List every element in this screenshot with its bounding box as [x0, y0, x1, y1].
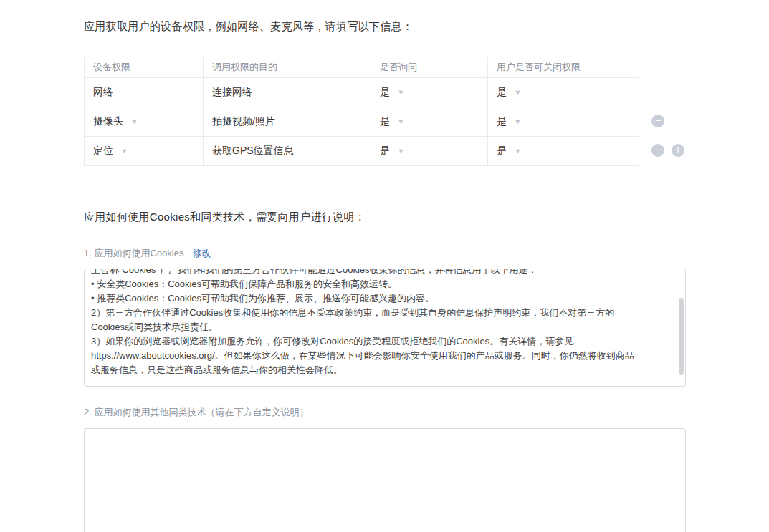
textarea-scrollbar[interactable] [679, 298, 684, 375]
chevron-down-icon: ▼ [397, 118, 404, 125]
chevron-down-icon: ▼ [514, 147, 521, 155]
closable-select[interactable]: 是 ▼ [488, 137, 639, 166]
minus-icon: − [655, 144, 661, 155]
col-header-closable: 用户是否可关闭权限 [488, 57, 639, 78]
ask-select[interactable]: 是 ▼ [371, 137, 488, 166]
purpose-cell[interactable]: 拍摄视频/照片 [204, 107, 371, 137]
chevron-down-icon: ▼ [130, 118, 138, 125]
col-header-purpose: 调用权限的目的 [204, 57, 371, 78]
closable-select[interactable]: 是 ▼ [488, 107, 639, 137]
purpose-value: 获取GPS位置信息 [212, 145, 294, 156]
device-select[interactable]: 摄像头 ▼ [85, 107, 204, 137]
ask-select[interactable]: 是 ▼ [371, 107, 488, 137]
cookies-item2-row: 2. 应用如何使用其他同类技术（请在下方自定义说明） [84, 406, 308, 419]
purpose-value: 连接网络 [212, 86, 252, 97]
closable-select[interactable]: 是 ▼ [488, 78, 639, 107]
purpose-value: 拍摄视频/照片 [212, 115, 275, 127]
device-permissions-heading: 应用获取用户的设备权限，例如网络、麦克风等，请填写以下信息： [84, 20, 413, 34]
table-row: 网络 连接网络 是 ▼ 是 ▼ [85, 78, 639, 107]
device-value: 网络 [93, 86, 113, 97]
chevron-down-icon: ▼ [397, 147, 404, 155]
chevron-down-icon: ▼ [514, 118, 521, 125]
table-row: 定位 ▼ 获取GPS位置信息 是 ▼ 是 ▼ [85, 137, 639, 166]
table-header-row: 设备权限 调用权限的目的 是否询问 用户是否可关闭权限 [85, 57, 639, 78]
table-row: 摄像头 ▼ 拍摄视频/照片 是 ▼ 是 ▼ [85, 107, 639, 137]
device-value: 摄像头 [93, 115, 123, 127]
cookies-heading: 应用如何使用Cookies和同类技术，需要向用户进行说明： [84, 211, 366, 224]
custom-technology-textarea[interactable] [84, 428, 686, 532]
ask-value: 是 [380, 115, 390, 127]
device-select[interactable]: 定位 ▼ [85, 137, 204, 166]
closable-value: 是 [497, 145, 507, 156]
minus-icon: − [655, 115, 661, 126]
purpose-cell: 连接网络 [204, 78, 371, 107]
plus-icon: + [675, 144, 681, 155]
chevron-down-icon: ▼ [514, 89, 521, 96]
cookies-item2-label: 2. 应用如何使用其他同类技术（请在下方自定义说明） [84, 406, 308, 419]
device-value: 定位 [93, 145, 113, 156]
ask-select[interactable]: 是 ▼ [371, 78, 488, 107]
add-row-button[interactable]: + [672, 144, 684, 157]
remove-row-button[interactable]: − [651, 144, 664, 157]
permissions-table: 设备权限 调用权限的目的 是否询问 用户是否可关闭权限 网络 连接网络 是 ▼ … [84, 57, 639, 166]
remove-row-button[interactable]: − [651, 115, 664, 127]
cookies-description-textarea[interactable]: 上合称“Cookies”）。我们和我们的第三方合作伙伴可能通过Cookies收集… [84, 269, 686, 387]
purpose-cell[interactable]: 获取GPS位置信息 [204, 137, 371, 166]
col-header-device: 设备权限 [85, 57, 204, 78]
chevron-down-icon: ▼ [120, 147, 128, 155]
ask-value: 是 [380, 145, 390, 156]
device-cell: 网络 [85, 78, 204, 107]
chevron-down-icon: ▼ [397, 89, 404, 96]
ask-value: 是 [380, 86, 390, 97]
cookies-item1-label: 1. 应用如何使用Cookies [84, 247, 183, 260]
closable-value: 是 [497, 86, 507, 97]
cookies-item1-row: 1. 应用如何使用Cookies 修改 [84, 247, 211, 260]
cookies-description-text: 上合称“Cookies”）。我们和我们的第三方合作伙伴可能通过Cookies收集… [85, 269, 685, 377]
closable-value: 是 [497, 115, 507, 127]
col-header-ask: 是否询问 [371, 57, 488, 78]
edit-cookies-link[interactable]: 修改 [192, 247, 211, 260]
